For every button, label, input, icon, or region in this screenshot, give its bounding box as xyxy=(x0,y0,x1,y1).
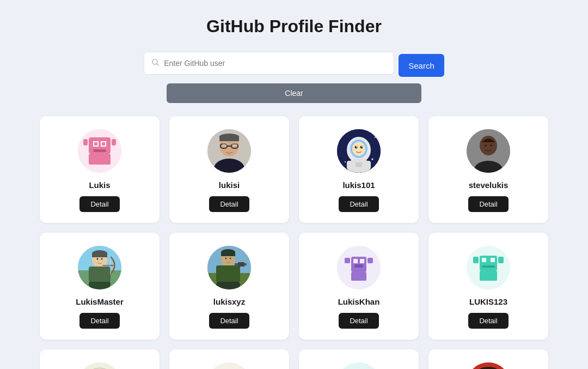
profile-card: lukisxyzDetail xyxy=(169,233,289,340)
detail-button[interactable]: Detail xyxy=(468,196,508,212)
avatar xyxy=(337,246,381,289)
svg-point-43 xyxy=(490,144,492,147)
profile-card: LS lukisanjayaDetail xyxy=(40,349,160,369)
search-icon xyxy=(151,58,160,69)
svg-rect-8 xyxy=(93,149,106,152)
search-bar xyxy=(144,52,394,75)
svg-rect-77 xyxy=(367,258,373,263)
svg-point-32 xyxy=(355,146,358,149)
search-section: Search Clear xyxy=(0,52,588,103)
avatar xyxy=(78,246,121,289)
svg-point-42 xyxy=(485,144,487,147)
svg-rect-78 xyxy=(354,264,363,268)
svg-rect-23 xyxy=(219,136,239,141)
svg-rect-83 xyxy=(482,265,495,268)
svg-rect-7 xyxy=(102,142,105,146)
svg-rect-95 xyxy=(337,362,381,369)
profile-card: LUKIS123Detail xyxy=(428,233,548,340)
avatar xyxy=(467,129,510,173)
svg-point-31 xyxy=(352,142,365,156)
username: LukisKhan xyxy=(338,297,380,306)
username: LUKIS123 xyxy=(469,297,507,306)
username: lukis101 xyxy=(342,180,375,190)
detail-button[interactable]: Detail xyxy=(79,196,119,212)
avatar xyxy=(207,246,251,289)
svg-rect-86 xyxy=(485,271,492,281)
svg-point-35 xyxy=(362,146,363,147)
svg-point-26 xyxy=(375,137,376,138)
svg-rect-87 xyxy=(473,257,479,263)
profile-card: lukis101Detail xyxy=(299,116,419,223)
svg-rect-81 xyxy=(482,258,486,262)
avatar xyxy=(78,129,121,173)
profile-card: lukisiDetail xyxy=(169,116,289,223)
username: Lukis xyxy=(89,180,110,190)
svg-rect-13 xyxy=(112,139,116,146)
avatar xyxy=(337,362,381,369)
svg-point-27 xyxy=(345,161,346,162)
svg-rect-38 xyxy=(356,162,362,167)
avatar: LS xyxy=(78,362,121,369)
svg-rect-62 xyxy=(216,265,240,282)
profile-card: lukiskoDetail xyxy=(299,349,419,369)
svg-point-20 xyxy=(222,142,228,147)
svg-point-21 xyxy=(232,142,237,147)
page-title: GitHub Profile Finder xyxy=(206,16,382,37)
username: stevelukis xyxy=(469,180,509,190)
svg-point-67 xyxy=(225,258,227,259)
svg-rect-49 xyxy=(89,267,111,282)
svg-point-68 xyxy=(230,258,231,259)
svg-rect-54 xyxy=(92,253,107,257)
svg-point-55 xyxy=(97,258,99,260)
search-button[interactable]: Search xyxy=(399,54,444,77)
svg-rect-12 xyxy=(83,139,88,146)
avatar xyxy=(467,362,510,369)
svg-point-28 xyxy=(372,159,373,160)
detail-button[interactable]: Detail xyxy=(339,313,378,329)
svg-point-33 xyxy=(360,146,363,149)
clear-button[interactable]: Clear xyxy=(167,83,421,103)
profile-card: stevelukisDetail xyxy=(428,116,548,223)
search-input[interactable] xyxy=(164,59,387,68)
profile-card: ∧_∧ (ω) lukisooDetail xyxy=(169,349,289,369)
svg-point-0 xyxy=(152,59,157,64)
avatar xyxy=(337,129,381,173)
detail-button[interactable]: Detail xyxy=(339,196,378,212)
svg-point-56 xyxy=(101,258,103,260)
svg-point-34 xyxy=(356,146,357,147)
svg-rect-11 xyxy=(94,154,105,165)
profile-card: LukisKhanDetail xyxy=(299,233,419,340)
username: LukisMaster xyxy=(76,297,124,306)
svg-rect-64 xyxy=(221,252,235,256)
avatar xyxy=(207,129,251,173)
profiles-grid: LukisDetail lukisiDetail xyxy=(22,116,566,369)
svg-rect-82 xyxy=(491,258,495,262)
svg-line-1 xyxy=(157,64,158,65)
svg-rect-66 xyxy=(238,262,244,267)
svg-rect-71 xyxy=(353,259,358,263)
svg-rect-88 xyxy=(498,257,504,263)
profile-card: LukisDetail xyxy=(40,116,160,223)
svg-rect-92 xyxy=(207,362,251,369)
svg-rect-6 xyxy=(94,142,97,146)
avatar xyxy=(467,246,510,289)
detail-button[interactable]: Detail xyxy=(79,313,119,329)
username: lukisi xyxy=(219,180,240,190)
detail-button[interactable]: Detail xyxy=(468,313,508,329)
detail-button[interactable]: Detail xyxy=(209,313,249,329)
profile-card: Lukis76Detail xyxy=(428,349,548,369)
detail-button[interactable]: Detail xyxy=(209,196,249,212)
svg-rect-72 xyxy=(360,259,364,263)
svg-point-25 xyxy=(342,134,343,135)
avatar: ∧_∧ (ω) xyxy=(207,362,251,369)
profile-card: LukisMasterDetail xyxy=(40,233,160,340)
svg-rect-76 xyxy=(345,258,350,263)
username: lukisxyz xyxy=(213,297,245,306)
svg-rect-75 xyxy=(356,272,362,281)
